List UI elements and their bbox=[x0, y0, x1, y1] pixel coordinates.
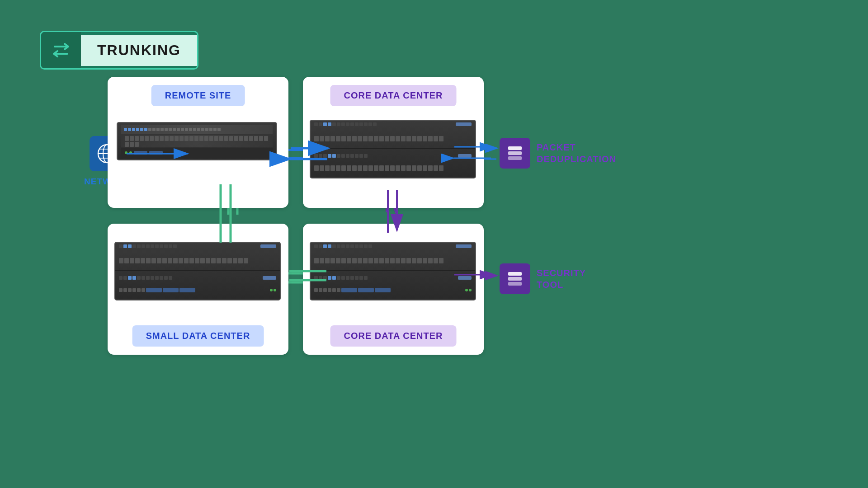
svg-rect-26 bbox=[508, 272, 522, 276]
security-tool-icon bbox=[500, 263, 530, 294]
security-tool: SECURITY TOOL bbox=[500, 263, 586, 294]
core-dc-top-label: CORE DATA CENTER bbox=[330, 85, 457, 106]
packet-dedup-icon bbox=[500, 138, 530, 169]
title-icon-box bbox=[41, 32, 81, 68]
panel-small-dc: SMALL DATA CENTER bbox=[108, 224, 288, 355]
svg-rect-24 bbox=[508, 151, 522, 155]
panel-remote-site: REMOTE SITE bbox=[108, 77, 288, 208]
packet-dedup-label: PACKET DEDUPLICATION bbox=[537, 141, 616, 165]
transfer-icon bbox=[51, 40, 71, 60]
core-dc-bottom-label: CORE DATA CENTER bbox=[330, 325, 457, 347]
svg-rect-23 bbox=[508, 146, 522, 150]
svg-rect-25 bbox=[508, 156, 522, 160]
panel-core-dc-bottom: CORE DATA CENTER bbox=[303, 224, 484, 355]
panel-core-dc-top: CORE DATA CENTER bbox=[303, 77, 484, 208]
remote-site-label: REMOTE SITE bbox=[151, 85, 245, 106]
svg-rect-28 bbox=[508, 282, 522, 286]
security-tool-label: SECURITY TOOL bbox=[537, 267, 586, 291]
title-badge: TRUNKING bbox=[40, 31, 198, 70]
packet-deduplication-tool: PACKET DEDUPLICATION bbox=[500, 138, 616, 169]
svg-rect-27 bbox=[508, 277, 522, 281]
small-dc-label: SMALL DATA CENTER bbox=[132, 325, 264, 347]
title-text: TRUNKING bbox=[81, 35, 197, 66]
